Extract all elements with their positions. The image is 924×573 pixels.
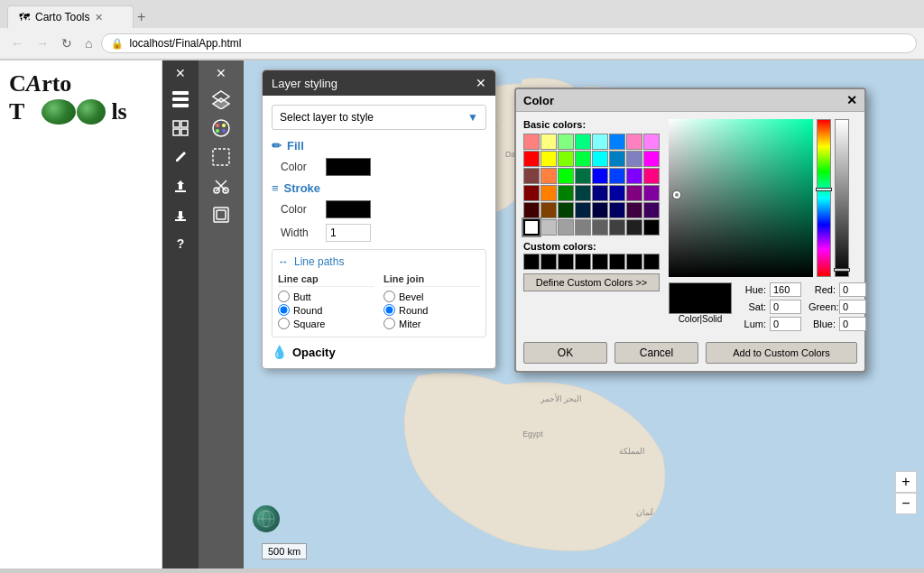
dialog-close-btn[interactable]: ✕ <box>476 76 486 90</box>
swatch[interactable] <box>523 202 540 218</box>
forward-button[interactable]: → <box>32 34 52 52</box>
custom-swatch-6[interactable] <box>609 254 625 270</box>
swatch[interactable] <box>575 134 591 150</box>
hue-input[interactable] <box>770 282 801 297</box>
width-input[interactable] <box>326 224 371 242</box>
swatch-white[interactable] <box>523 219 540 236</box>
swatch[interactable] <box>541 202 557 218</box>
swatch[interactable] <box>575 219 591 236</box>
swatch[interactable] <box>523 185 540 201</box>
swatch[interactable] <box>523 134 540 150</box>
swatch[interactable] <box>609 219 625 236</box>
join-round-radio[interactable] <box>383 304 395 316</box>
swatch[interactable] <box>626 219 642 236</box>
upload-tool-btn[interactable] <box>167 172 194 199</box>
swatch[interactable] <box>609 168 625 184</box>
address-bar[interactable]: 🔒 localhost/FinalApp.html <box>101 33 917 53</box>
cap-round-radio[interactable] <box>278 304 290 316</box>
swatch[interactable] <box>523 168 540 184</box>
reload-button[interactable]: ↻ <box>58 34 76 52</box>
close-gray-panel-btn[interactable]: ✕ <box>216 66 226 80</box>
swatch[interactable] <box>626 134 642 150</box>
swatch[interactable] <box>592 202 608 218</box>
swatch[interactable] <box>609 185 625 201</box>
frame-tool-btn[interactable] <box>208 201 235 228</box>
red-input[interactable] <box>839 282 866 297</box>
swatch[interactable] <box>626 168 642 184</box>
swatch[interactable] <box>626 185 642 201</box>
add-custom-color-btn[interactable]: Add to Custom Colors <box>706 342 857 364</box>
swatch[interactable] <box>558 168 574 184</box>
swatch[interactable] <box>626 202 642 218</box>
custom-swatch-5[interactable] <box>592 254 608 270</box>
ok-button[interactable]: OK <box>523 342 607 364</box>
swatch[interactable] <box>592 185 608 201</box>
custom-swatch-1[interactable] <box>523 254 540 270</box>
home-button[interactable]: ⌂ <box>81 34 96 52</box>
custom-swatch-8[interactable] <box>643 254 660 270</box>
select-tool-btn[interactable] <box>208 143 235 171</box>
layer-select-dropdown[interactable]: Select layer to style ▼ <box>272 105 486 130</box>
lum-input[interactable] <box>770 317 801 331</box>
swatch[interactable] <box>541 219 557 236</box>
spectrum-picker[interactable] <box>669 119 813 277</box>
swatch[interactable] <box>592 168 608 184</box>
download-tool-btn[interactable] <box>167 201 194 228</box>
join-miter-radio[interactable] <box>383 318 395 329</box>
define-custom-colors-btn[interactable]: Define Custom Colors >> <box>523 273 660 291</box>
swatch[interactable] <box>592 151 608 167</box>
green-input[interactable] <box>839 300 866 314</box>
custom-swatch-4[interactable] <box>575 254 591 270</box>
grid-tool-btn[interactable] <box>167 115 194 142</box>
edit-tool-btn[interactable] <box>167 143 194 171</box>
hue-slider[interactable] <box>817 119 831 277</box>
back-button[interactable]: ← <box>7 34 27 52</box>
color-dialog-close-btn[interactable]: ✕ <box>846 93 857 107</box>
globe-tool-btn[interactable] <box>253 505 280 532</box>
swatch[interactable] <box>609 134 625 150</box>
cap-square-radio[interactable] <box>278 318 290 329</box>
help-tool-btn[interactable]: ? <box>167 230 194 257</box>
map-area[interactable]: United Kingdom Danmark Oslo Helsinki FI1… <box>244 60 924 568</box>
new-tab-button[interactable]: + <box>137 9 145 25</box>
swatch[interactable] <box>592 134 608 150</box>
swatch[interactable] <box>643 219 660 236</box>
layers2-tool-btn[interactable] <box>208 86 235 113</box>
cancel-button[interactable]: Cancel <box>614 342 698 364</box>
zoom-out-btn[interactable]: − <box>895 493 917 514</box>
cap-butt-radio[interactable] <box>278 291 290 302</box>
swatch[interactable] <box>541 151 557 167</box>
join-bevel-radio[interactable] <box>383 291 395 302</box>
swatch[interactable] <box>558 151 574 167</box>
swatch[interactable] <box>541 134 557 150</box>
swatch[interactable] <box>575 168 591 184</box>
swatch[interactable] <box>541 185 557 201</box>
palette-tool-btn[interactable] <box>208 115 235 142</box>
brightness-slider[interactable] <box>835 119 849 277</box>
swatch[interactable] <box>575 202 591 218</box>
swatch[interactable] <box>643 185 660 201</box>
swatch[interactable] <box>558 202 574 218</box>
swatch[interactable] <box>643 151 660 167</box>
close-panel-btn[interactable]: ✕ <box>175 66 186 80</box>
swatch[interactable] <box>609 202 625 218</box>
layers-tool-btn[interactable] <box>167 86 194 113</box>
stroke-color-box[interactable] <box>326 200 371 218</box>
swatch[interactable] <box>592 219 608 236</box>
sat-input[interactable] <box>770 300 801 314</box>
swatch[interactable] <box>643 134 660 150</box>
tab-close-btn[interactable]: ✕ <box>95 12 103 23</box>
swatch[interactable] <box>643 168 660 184</box>
swatch[interactable] <box>558 219 574 236</box>
swatch[interactable] <box>626 151 642 167</box>
swatch[interactable] <box>643 202 660 218</box>
swatch[interactable] <box>523 151 540 167</box>
swatch[interactable] <box>575 151 591 167</box>
custom-swatch-3[interactable] <box>558 254 574 270</box>
swatch[interactable] <box>609 151 625 167</box>
zoom-in-btn[interactable]: + <box>895 471 917 493</box>
cut-tool-btn[interactable] <box>208 172 235 199</box>
fill-color-box[interactable] <box>326 158 371 176</box>
active-tab[interactable]: 🗺 Carto Tools ✕ <box>7 5 134 28</box>
swatch[interactable] <box>558 185 574 201</box>
